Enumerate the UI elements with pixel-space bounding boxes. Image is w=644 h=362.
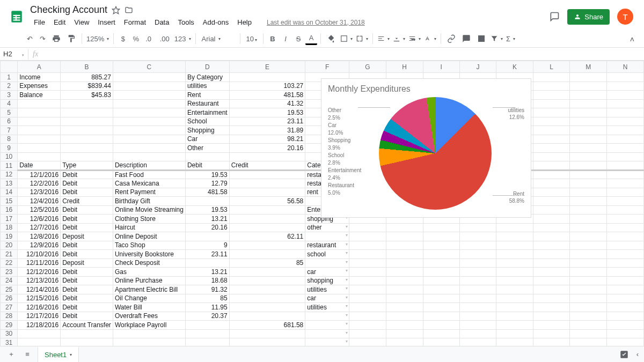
cell[interactable] (349, 268, 386, 277)
name-box[interactable]: H2 (0, 50, 28, 58)
sheets-logo[interactable] (10, 7, 24, 26)
cell[interactable] (533, 152, 569, 161)
cell[interactable] (229, 312, 305, 321)
share-button[interactable]: Share (567, 9, 610, 25)
cell[interactable] (113, 91, 185, 100)
cell[interactable] (349, 329, 386, 338)
cell[interactable] (533, 170, 569, 179)
cell[interactable] (423, 285, 459, 294)
cell[interactable]: 12/10/2016 (18, 250, 61, 259)
cell[interactable]: 681.58 (229, 321, 305, 330)
cell[interactable]: 85 (185, 294, 229, 303)
cell[interactable] (607, 161, 644, 171)
cell[interactable] (607, 276, 644, 285)
cell[interactable] (229, 170, 305, 179)
cell[interactable] (423, 329, 459, 338)
format-currency-button[interactable]: $ (117, 32, 129, 45)
cell[interactable]: Clothing Store (113, 215, 185, 224)
cell[interactable] (459, 294, 496, 303)
vertical-align-button[interactable] (392, 33, 406, 44)
zoom-dropdown[interactable]: 125% (85, 33, 110, 45)
functions-button[interactable]: Σ (505, 33, 516, 45)
cell[interactable] (533, 91, 569, 100)
row-header[interactable]: 1 (1, 73, 18, 82)
cell[interactable] (18, 99, 61, 108)
cell[interactable] (113, 144, 185, 153)
cell[interactable] (607, 179, 644, 188)
cell[interactable] (61, 152, 113, 161)
cell[interactable] (607, 241, 644, 250)
cell[interactable]: 12/5/2016 (18, 205, 61, 215)
chart-monthly-expenditures[interactable]: Monthly Expenditures Other 2.5% Car 12.0… (321, 78, 531, 218)
cell[interactable] (496, 294, 533, 303)
cell[interactable] (185, 232, 229, 241)
cell[interactable]: Deposit (61, 232, 113, 241)
cell[interactable] (229, 73, 305, 82)
cell[interactable]: Expenses (18, 82, 61, 91)
cell[interactable]: Debit (61, 241, 113, 250)
paint-format-button[interactable] (64, 32, 78, 45)
cell[interactable] (496, 268, 533, 277)
cell[interactable] (423, 223, 459, 232)
cell[interactable]: Credit (229, 161, 305, 171)
cell[interactable] (607, 303, 644, 312)
cell[interactable] (533, 108, 569, 117)
row-header[interactable]: 2 (1, 82, 18, 91)
col-header-D[interactable]: D (185, 61, 229, 73)
cell[interactable]: Check Desposit (113, 258, 185, 268)
format-percent-button[interactable]: % (130, 32, 142, 45)
cell[interactable]: 103.27 (229, 82, 305, 91)
cell[interactable] (18, 117, 61, 126)
cell[interactable] (61, 144, 113, 153)
cell[interactable] (459, 276, 496, 285)
cell[interactable]: 12/9/2016 (18, 241, 61, 250)
cell[interactable] (113, 82, 185, 91)
cell[interactable] (459, 250, 496, 259)
cell[interactable] (305, 258, 349, 268)
cell[interactable] (607, 197, 644, 206)
cell[interactable] (570, 135, 607, 144)
cell[interactable]: car (305, 268, 349, 277)
menu-format[interactable]: Format (120, 17, 150, 28)
row-header[interactable]: 9 (1, 144, 18, 153)
cell[interactable]: 19.53 (185, 170, 229, 179)
cell[interactable] (386, 285, 423, 294)
cell[interactable] (570, 312, 607, 321)
cell[interactable] (607, 170, 644, 179)
print-button[interactable] (49, 32, 63, 45)
cell[interactable]: shopping (305, 276, 349, 285)
cell[interactable]: 12.79 (185, 179, 229, 188)
row-header[interactable]: 6 (1, 117, 18, 126)
menu-help[interactable]: Help (233, 17, 255, 28)
cell[interactable] (607, 312, 644, 321)
cell[interactable] (423, 276, 459, 285)
cell[interactable] (533, 312, 569, 321)
cell[interactable]: Date (18, 161, 61, 171)
cell[interactable] (607, 285, 644, 294)
cell[interactable] (607, 99, 644, 108)
cell[interactable]: car (305, 294, 349, 303)
cell[interactable] (386, 241, 423, 250)
cell[interactable] (570, 232, 607, 241)
col-header-B[interactable]: B (61, 61, 113, 73)
cell[interactable] (607, 82, 644, 91)
cell[interactable] (229, 152, 305, 161)
cell[interactable] (61, 126, 113, 135)
cell[interactable]: 12/17/2016 (18, 312, 61, 321)
cell[interactable] (533, 126, 569, 135)
cell[interactable] (349, 285, 386, 294)
cell[interactable] (423, 250, 459, 259)
cell[interactable]: Credit (61, 197, 113, 206)
row-header[interactable]: 7 (1, 126, 18, 135)
cell[interactable]: 9 (185, 241, 229, 250)
cell[interactable] (533, 197, 569, 206)
cell[interactable]: Online Purchase (113, 276, 185, 285)
collapse-toolbar-icon[interactable]: ʌ (626, 33, 639, 45)
cell[interactable] (349, 303, 386, 312)
cell[interactable] (570, 179, 607, 188)
cell[interactable]: 481.58 (229, 91, 305, 100)
cell[interactable] (61, 108, 113, 117)
cell[interactable] (423, 258, 459, 268)
cell[interactable] (229, 205, 305, 215)
cell[interactable] (570, 321, 607, 330)
